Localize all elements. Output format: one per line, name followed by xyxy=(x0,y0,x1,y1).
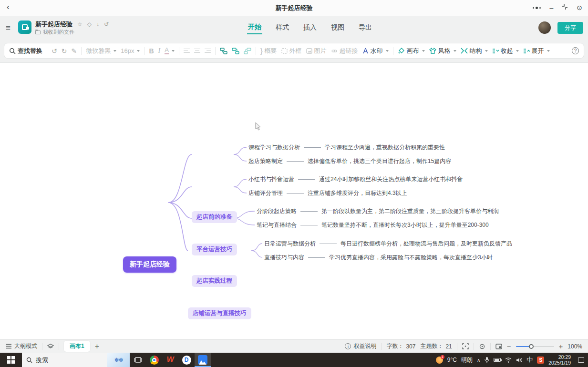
tab-export[interactable]: 导出 xyxy=(358,21,373,34)
menu-icon[interactable]: ≡ xyxy=(6,23,10,33)
canvas-button[interactable]: 画布 xyxy=(398,47,425,55)
microphone-icon[interactable] xyxy=(485,357,489,363)
document-location[interactable]: 我收到的文件 xyxy=(43,29,74,36)
insert-sibling-topic-button[interactable] xyxy=(232,48,239,54)
minimize-icon[interactable]: – xyxy=(549,3,553,12)
chrome-icon[interactable] xyxy=(146,353,162,367)
tab-insert[interactable]: 插入 xyxy=(302,21,318,34)
zoom-in-button[interactable]: + xyxy=(559,344,563,349)
resize-icon[interactable] xyxy=(562,3,568,12)
mindmap-canvas[interactable]: 新手起店经验 起店前的准备 平台运营技巧 起店实践过程 店铺运营与直播技巧 课程… xyxy=(0,62,588,339)
tab-style[interactable]: 样式 xyxy=(275,21,290,34)
weather-widget[interactable]: ❄❄ xyxy=(107,353,130,367)
dingtalk-icon[interactable]: D xyxy=(178,353,195,367)
user-avatar[interactable] xyxy=(538,21,551,34)
font-size-select[interactable]: 16px xyxy=(121,47,140,54)
zoom-slider[interactable] xyxy=(516,346,554,347)
wifi-icon[interactable] xyxy=(505,357,512,363)
weather-label[interactable]: 晴朗 xyxy=(461,356,473,364)
font-family-select[interactable]: 微软雅黑 xyxy=(86,47,116,55)
notification-center-icon[interactable] xyxy=(578,357,584,363)
start-button[interactable] xyxy=(0,353,22,367)
watermark-button[interactable]: 水印 xyxy=(362,47,389,55)
zoom-out-button[interactable]: − xyxy=(507,344,511,349)
document-title[interactable]: 新手起店经验 xyxy=(35,20,72,29)
sogou-icon[interactable]: S xyxy=(537,357,544,364)
more-options-icon[interactable] xyxy=(533,7,541,9)
summary-button[interactable]: }概要 xyxy=(260,47,277,55)
topic-node[interactable]: 小红书与抖音运营 xyxy=(248,175,294,184)
detail-node[interactable]: 通过24小时加够粉丝和关注热点榜单来运营小红书和抖音 xyxy=(319,175,463,184)
find-replace-button[interactable]: 查找替换 xyxy=(9,47,42,55)
favorite-star-icon[interactable]: ☆ xyxy=(77,21,83,28)
mindmap-branch-node[interactable]: 平台运营技巧 xyxy=(192,244,237,255)
tray-expand-icon[interactable]: ∧ xyxy=(477,357,480,363)
add-canvas-button[interactable]: + xyxy=(95,342,99,351)
align-left-button[interactable] xyxy=(184,47,190,54)
hyperlink-button[interactable]: 超链接 xyxy=(331,47,358,55)
layers-button[interactable] xyxy=(47,344,54,349)
target-icon[interactable]: ⊙ xyxy=(577,3,582,12)
detail-node[interactable]: 学习课程至少两遍，重视数据分析积累的重要性 xyxy=(325,143,445,152)
mindmap-branch-node[interactable]: 起店前的准备 xyxy=(192,211,237,223)
ime-indicator[interactable]: 中 xyxy=(526,356,533,364)
topic-node[interactable]: 分阶段起店策略 xyxy=(257,207,297,215)
taskbar-search[interactable] xyxy=(22,353,107,367)
tag-icon[interactable]: ◇ xyxy=(87,21,92,28)
canvas-tab[interactable]: 画布1 xyxy=(64,341,90,352)
weather-alert-icon[interactable]: 1 xyxy=(436,357,443,364)
zoom-slider-handle[interactable] xyxy=(529,344,534,349)
font-color-button[interactable]: A xyxy=(165,47,175,54)
help-icon[interactable]: ? xyxy=(572,47,579,54)
locate-center-button[interactable] xyxy=(479,343,485,350)
redo-button[interactable]: ↻ xyxy=(62,47,67,55)
topic-node[interactable]: 课程学习与数据分析 xyxy=(248,143,300,152)
search-input[interactable] xyxy=(36,357,93,364)
detail-node[interactable]: 注重店铺多维度评分，目标达到4.3以上 xyxy=(308,189,407,197)
topic-node[interactable]: 起店策略制定 xyxy=(248,157,283,165)
frame-button[interactable]: 外框 xyxy=(281,47,302,55)
align-center-button[interactable] xyxy=(194,47,200,54)
detail-node[interactable]: 笔记数量坚持不断，直播时长每次3小时以上，提升单量至200-300 xyxy=(321,221,489,229)
clock[interactable]: 20:29 2025/1/19 xyxy=(548,354,571,366)
image-button[interactable]: 图片 xyxy=(306,47,327,55)
rights-info-button[interactable]: i 权益说明 xyxy=(345,342,376,350)
mindmap-app-icon[interactable] xyxy=(195,353,211,367)
bold-button[interactable]: B xyxy=(149,47,154,55)
topic-node[interactable]: 店铺评分管理 xyxy=(248,189,283,197)
detail-node[interactable]: 选择偏低客单价，挑选三个类目进行起店，制作15篇内容 xyxy=(308,157,451,165)
mindmap-root-node[interactable]: 新手起店经验 xyxy=(123,256,176,273)
detail-node[interactable]: 学习优秀直播内容，采用露脸与不露脸策略，每次直播至少3小时 xyxy=(329,254,493,262)
battery-icon[interactable] xyxy=(494,358,501,362)
mindmap-branch-node[interactable]: 起店实践过程 xyxy=(192,275,237,287)
minimap-button[interactable] xyxy=(495,344,502,349)
history-icon[interactable]: ↺ xyxy=(104,21,109,28)
topic-node[interactable]: 直播技巧与内容 xyxy=(264,254,304,262)
style-button[interactable]: 风格 xyxy=(429,47,456,55)
detail-node[interactable]: 第一阶段以数量为主，第二阶段注重质量，第三阶段提升客单价与利润 xyxy=(321,207,499,215)
detail-node[interactable]: 每日进行数据榜单分析，处理物流与售后问题，及时更新负反馈产品 xyxy=(340,240,512,248)
format-painter-button[interactable]: ✎ xyxy=(71,47,77,55)
download-icon[interactable]: ↓ xyxy=(96,21,99,28)
outline-mode-button[interactable]: 大纲模式 xyxy=(6,342,37,350)
insert-child-topic-button[interactable] xyxy=(220,48,227,54)
temperature[interactable]: 9°C xyxy=(447,357,457,363)
tab-start[interactable]: 开始 xyxy=(247,21,262,34)
task-view-button[interactable] xyxy=(130,353,146,367)
insert-parent-topic-button[interactable] xyxy=(244,48,251,54)
fit-screen-button[interactable] xyxy=(462,343,469,349)
volume-icon[interactable] xyxy=(516,357,522,363)
expand-button[interactable]: 展开 xyxy=(523,47,550,55)
back-button[interactable]: ‹ xyxy=(7,2,10,12)
italic-button[interactable]: I xyxy=(158,47,161,55)
undo-button[interactable]: ↺ xyxy=(52,47,57,55)
topic-node[interactable]: 笔记与直播结合 xyxy=(257,221,297,229)
share-button[interactable]: 分享 xyxy=(557,22,583,34)
align-right-button[interactable] xyxy=(205,47,211,54)
mindmap-branch-node[interactable]: 店铺运营与直播技巧 xyxy=(188,307,251,319)
wps-icon[interactable]: W xyxy=(162,353,178,367)
collapse-button[interactable]: 收起 xyxy=(492,47,519,55)
tab-view[interactable]: 视图 xyxy=(330,21,345,34)
topic-node[interactable]: 日常运营与数据分析 xyxy=(264,240,316,248)
structure-button[interactable]: 结构 xyxy=(461,47,488,55)
